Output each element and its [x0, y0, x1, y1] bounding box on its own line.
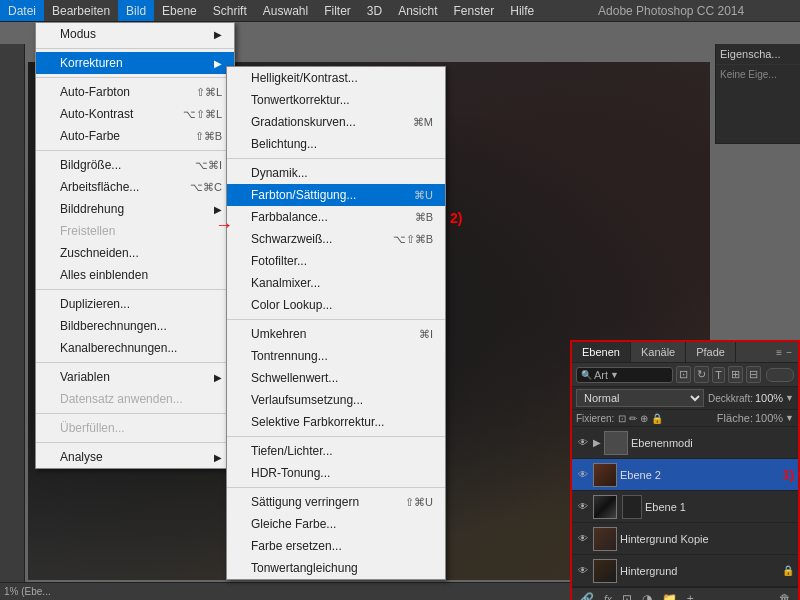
menubar-bearbeiten[interactable]: Bearbeiten — [44, 0, 118, 21]
new-layer-button[interactable]: + — [684, 591, 697, 600]
submenu-umkehren[interactable]: Umkehren ⌘I — [227, 323, 445, 345]
menu-auto-farbe[interactable]: Auto-Farbe ⇧⌘B — [36, 125, 234, 147]
submenu-belichtung[interactable]: Belichtung... — [227, 133, 445, 155]
layer-item-ebene1[interactable]: 👁 Ebene 1 — [572, 491, 798, 523]
adjustment-button[interactable]: ◑ — [639, 591, 655, 600]
layer-item-hintergrund[interactable]: 👁 Hintergrund 🔒 — [572, 555, 798, 587]
menubar-filter[interactable]: Filter — [316, 0, 359, 21]
submenu-dynamik[interactable]: Dynamik... — [227, 162, 445, 184]
variablen-label: Variablen — [60, 370, 110, 384]
menu-modus[interactable]: Modus ▶ — [36, 23, 234, 45]
menubar-fenster[interactable]: Fenster — [446, 0, 503, 21]
layers-tab-icons: ≡ − — [774, 342, 798, 362]
fix-icon-checkerboard[interactable]: ⊡ — [618, 413, 626, 424]
auto-farbton-label: Auto-Farbton — [60, 85, 130, 99]
panel-menu-icon[interactable]: ≡ — [774, 345, 784, 360]
menu-arbeitsflaeche[interactable]: Arbeitsfläche... ⌥⌘C — [36, 176, 234, 198]
menubar-ansicht[interactable]: Ansicht — [390, 0, 445, 21]
submenu-ersetzen[interactable]: Farbe ersetzen... — [227, 535, 445, 557]
menu-bildgroesse[interactable]: Bildgröße... ⌥⌘I — [36, 154, 234, 176]
submenu-tonwertang[interactable]: Tonwertangleichung — [227, 557, 445, 579]
submenu-kanalmixer[interactable]: Kanalmixer... — [227, 272, 445, 294]
tab-pfade[interactable]: Pfade — [686, 342, 736, 362]
submenu-farbbalance[interactable]: Farbbalance... ⌘B — [227, 206, 445, 228]
layer-item-ebene2[interactable]: 👁 Ebene 2 1) — [572, 459, 798, 491]
sub-separator-4 — [227, 487, 445, 488]
submenu-saettigung[interactable]: Sättigung verringern ⇧⌘U — [227, 491, 445, 513]
menubar-auswahl[interactable]: Auswahl — [255, 0, 316, 21]
menu-duplizieren[interactable]: Duplizieren... — [36, 293, 234, 315]
menubar-schrift[interactable]: Schrift — [205, 0, 255, 21]
submenu-colorlookup[interactable]: Color Lookup... — [227, 294, 445, 316]
filter-toggle[interactable] — [766, 368, 794, 382]
fix-icon-brush[interactable]: ✏ — [629, 413, 637, 424]
sub-separator-1 — [227, 158, 445, 159]
filter-icon-1[interactable]: ⊡ — [676, 366, 691, 383]
eye-icon-ebenenmodi[interactable]: 👁 — [576, 436, 590, 450]
menu-auto-farbton[interactable]: Auto-Farbton ⇧⌘L — [36, 81, 234, 103]
menu-bilddrehung[interactable]: Bilddrehung ▶ — [36, 198, 234, 220]
submenu-schwellenwert[interactable]: Schwellenwert... — [227, 367, 445, 389]
menu-kanalberechnungen[interactable]: Kanalberechnungen... — [36, 337, 234, 359]
menu-bildberechnungen[interactable]: Bildberechnungen... — [36, 315, 234, 337]
submenu-farbton[interactable]: Farbton/Sättigung... ⌘U — [227, 184, 445, 206]
submenu-tiefen[interactable]: Tiefen/Lichter... — [227, 440, 445, 462]
menu-zuschneiden[interactable]: Zuschneiden... — [36, 242, 234, 264]
tab-kanaele[interactable]: Kanäle — [631, 342, 686, 362]
menu-korrekturen[interactable]: Korrekturen ▶ — [36, 52, 234, 74]
submenu-helligkeit[interactable]: Helligkeit/Kontrast... — [227, 67, 445, 89]
submenu-verlauf[interactable]: Verlaufsumsetzung... — [227, 389, 445, 411]
menu-alles-einblenden[interactable]: Alles einblenden — [36, 264, 234, 286]
farbton-label: Farbton/Sättigung... — [251, 188, 356, 202]
filter-icon-3[interactable]: T — [712, 367, 725, 383]
menubar-bild[interactable]: Bild — [118, 0, 154, 21]
add-mask-button[interactable]: ⊡ — [619, 591, 635, 600]
eye-icon-ebene2[interactable]: 👁 — [576, 468, 590, 482]
menu-analyse[interactable]: Analyse ▶ — [36, 446, 234, 468]
layer-item-ebenenmodi[interactable]: 👁 ▶ Ebenenmodi — [572, 427, 798, 459]
menu-modus-label: Modus — [60, 27, 96, 41]
layer-item-hintergrund-kopie[interactable]: 👁 Hintergrund Kopie — [572, 523, 798, 555]
layer-name-ebene1: Ebene 1 — [645, 501, 794, 513]
menu-auto-kontrast[interactable]: Auto-Kontrast ⌥⇧⌘L — [36, 103, 234, 125]
menubar-3d[interactable]: 3D — [359, 0, 390, 21]
layer-thumb-hintergrund — [593, 559, 617, 583]
menubar-ebene[interactable]: Ebene — [154, 0, 205, 21]
submenu-selektiv[interactable]: Selektive Farbkorrektur... — [227, 411, 445, 433]
submenu-fotofilter[interactable]: Fotofilter... — [227, 250, 445, 272]
submenu-tonwert[interactable]: Tonwertkorrektur... — [227, 89, 445, 111]
submenu-schwarzweiss[interactable]: Schwarzweiß... ⌥⇧⌘B — [227, 228, 445, 250]
menubar-hilfe[interactable]: Hilfe — [502, 0, 542, 21]
layers-search-box[interactable]: 🔍 Art ▼ — [576, 367, 673, 383]
arbeitsflaeche-shortcut: ⌥⌘C — [190, 181, 222, 194]
eye-icon-hintergrund[interactable]: 👁 — [576, 564, 590, 578]
group-arrow-icon[interactable]: ▶ — [593, 437, 601, 448]
menu-variablen[interactable]: Variablen ▶ — [36, 366, 234, 388]
separator-6 — [36, 413, 234, 414]
eye-icon-hintergrund-kopie[interactable]: 👁 — [576, 532, 590, 546]
hdr-label: HDR-Tonung... — [251, 466, 330, 480]
tab-ebenen[interactable]: Ebenen — [572, 342, 631, 362]
submenu-hdr[interactable]: HDR-Tonung... — [227, 462, 445, 484]
auto-kontrast-label: Auto-Kontrast — [60, 107, 133, 121]
submenu-gleiche[interactable]: Gleiche Farbe... — [227, 513, 445, 535]
submenu-tontrennung[interactable]: Tontrennung... — [227, 345, 445, 367]
filter-icon-5[interactable]: ⊟ — [746, 366, 761, 383]
tool-panel — [0, 44, 25, 600]
filter-icon-2[interactable]: ↻ — [694, 366, 709, 383]
group-button[interactable]: 📁 — [659, 591, 680, 600]
ueberfuellen-label: Überfüllen... — [60, 421, 125, 435]
blend-mode-select[interactable]: Normal — [576, 389, 704, 407]
menubar-datei[interactable]: Datei — [0, 0, 44, 21]
panel-minimize-icon[interactable]: − — [784, 345, 794, 360]
filter-icon-4[interactable]: ⊞ — [728, 366, 743, 383]
eye-icon-ebene1[interactable]: 👁 — [576, 500, 590, 514]
fix-icon-lock[interactable]: 🔒 — [651, 413, 663, 424]
separator-5 — [36, 362, 234, 363]
arbeitsflaeche-label: Arbeitsfläche... — [60, 180, 139, 194]
delete-layer-button[interactable]: 🗑 — [776, 591, 794, 600]
submenu-gradation[interactable]: Gradationskurven... ⌘M — [227, 111, 445, 133]
fx-button[interactable]: fx — [601, 593, 615, 601]
link-layers-button[interactable]: 🔗 — [576, 591, 597, 600]
fix-icon-move[interactable]: ⊕ — [640, 413, 648, 424]
